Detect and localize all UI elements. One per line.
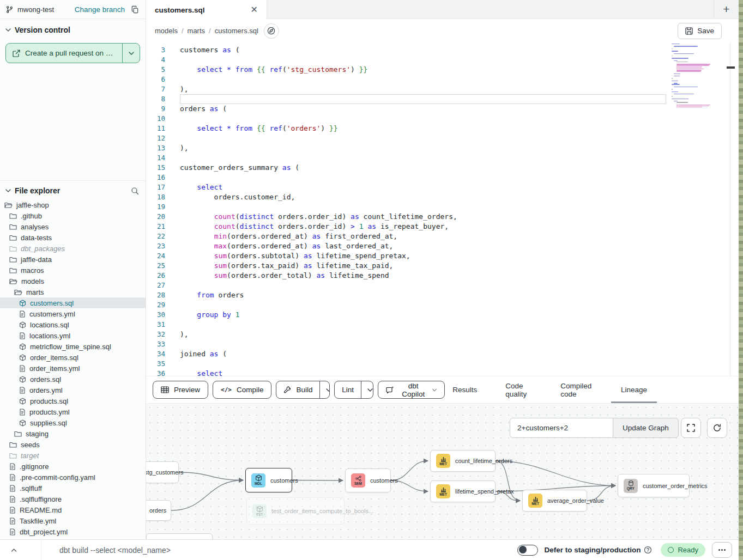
update-graph-button[interactable]: Update Graph: [613, 418, 679, 438]
dbt-copilot-button[interactable]: dbt Copilot: [378, 381, 445, 399]
code-line-22[interactable]: 22 min(orders.ordered_at) as first_order…: [146, 232, 739, 241]
editor-scrollbar[interactable]: [730, 42, 735, 376]
lineage-node-lifetime_spend_pretax[interactable]: METlifetime_spend_pretax: [430, 480, 496, 502]
code-line-36[interactable]: 36 select: [146, 369, 739, 376]
more-options-button[interactable]: [712, 542, 732, 558]
lint-button[interactable]: Lint: [335, 381, 361, 398]
change-branch-link[interactable]: Change branch: [75, 5, 125, 14]
tree-item--sqlfluff[interactable]: .sqlfluff: [0, 483, 146, 494]
code-line-33[interactable]: 33: [146, 339, 739, 349]
code-line-21[interactable]: 21 count(distinct orders.order_id) > 1 a…: [146, 222, 739, 232]
tree-item-marts[interactable]: marts: [0, 287, 146, 297]
command-input[interactable]: [41, 540, 517, 560]
lineage-node-average_order_value[interactable]: METaverage_order_value: [522, 490, 587, 512]
lineage-node-count_lifetime_orders[interactable]: METcount_lifetime_orders: [430, 450, 496, 472]
code-line-12[interactable]: 12: [146, 133, 739, 143]
code-line-9[interactable]: 9orders as (: [146, 104, 739, 114]
preview-button[interactable]: Preview: [153, 381, 208, 399]
tree-item--sqlfluffignore[interactable]: .sqlfluffignore: [0, 494, 146, 504]
code-line-32[interactable]: 32),: [146, 330, 739, 339]
lineage-node-customers_sem[interactable]: SEMcustomers: [345, 468, 391, 492]
lineage-node-partial_node[interactable]: [146, 533, 213, 539]
tab-code-quality[interactable]: Code quality: [502, 376, 535, 403]
code-line-25[interactable]: 25 sum(orders.tax_paid) as lifetime_tax_…: [146, 261, 739, 271]
tree-item-customers-yml[interactable]: customers.yml: [0, 308, 146, 319]
tab-results[interactable]: Results: [449, 376, 480, 403]
code-line-5[interactable]: 5 select * from {{ ref('stg_customers') …: [146, 65, 739, 75]
code-editor[interactable]: 3customers as (45 select * from {{ ref('…: [146, 42, 739, 376]
fullscreen-button[interactable]: [681, 418, 701, 438]
code-line-14[interactable]: 14: [146, 153, 739, 163]
code-line-24[interactable]: 24 sum(orders.subtotal) as lifetime_spen…: [146, 251, 739, 261]
tree-item-order-items-sql[interactable]: order_items.sql: [0, 352, 146, 363]
tree-item-products-sql[interactable]: products.sql: [0, 395, 146, 406]
code-line-15[interactable]: 15customer_orders_summary as (: [146, 163, 739, 173]
tree-item-products-yml[interactable]: products.yml: [0, 406, 146, 417]
code-line-29[interactable]: 29: [146, 300, 739, 310]
tab-lineage[interactable]: Lineage: [618, 376, 650, 403]
tree-item-orders-sql[interactable]: orders.sql: [0, 374, 146, 385]
refresh-button[interactable]: [707, 418, 727, 438]
search-icon[interactable]: [131, 187, 139, 195]
build-dropdown[interactable]: [319, 381, 330, 398]
lineage-node-stg_customers[interactable]: stg_customers: [146, 461, 179, 483]
code-line-4[interactable]: 4: [146, 55, 739, 65]
lint-dropdown[interactable]: [361, 381, 373, 398]
compile-button[interactable]: </> Compile: [213, 381, 271, 399]
create-pr-dropdown[interactable]: [123, 44, 140, 63]
code-line-3[interactable]: 3customers as (: [146, 45, 739, 55]
lineage-node-customer_order_metrics[interactable]: QRYcustomer_order_metrics: [618, 474, 690, 497]
tab-customers-sql[interactable]: customers.sql ✕: [146, 0, 267, 20]
tree-item-staging[interactable]: staging: [0, 428, 146, 439]
code-line-30[interactable]: 30 group by 1: [146, 310, 739, 320]
copy-icon[interactable]: [131, 5, 139, 14]
code-line-34[interactable]: 34joined as (: [146, 349, 739, 359]
version-control-header[interactable]: Version control: [5, 26, 140, 34]
tree-item-locations-sql[interactable]: locations.sql: [0, 319, 146, 330]
collapse-command-bar-button[interactable]: [0, 540, 41, 560]
code-line-13[interactable]: 13),: [146, 143, 739, 153]
tree-item-orders-yml[interactable]: orders.yml: [0, 385, 146, 395]
tree-item-order-items-yml[interactable]: order_items.yml: [0, 363, 146, 374]
lineage-node-orders[interactable]: orders: [146, 500, 171, 521]
breadcrumb-models[interactable]: models: [155, 27, 178, 35]
tab-compiled-code[interactable]: Compiled code: [557, 376, 596, 403]
tree-item-target[interactable]: target: [0, 450, 146, 461]
code-line-18[interactable]: 18 orders.customer_id,: [146, 192, 739, 202]
code-line-16[interactable]: 16: [146, 173, 739, 182]
tree-item-locations-yml[interactable]: locations.yml: [0, 330, 146, 341]
tree-item-metricflow-time-spine-sql[interactable]: metricflow_time_spine.sql: [0, 341, 146, 352]
minimap[interactable]: [672, 44, 715, 108]
tree-item-macros[interactable]: macros: [0, 265, 146, 276]
defer-toggle[interactable]: [517, 545, 538, 556]
lineage-selector-input[interactable]: [510, 418, 613, 438]
code-line-7[interactable]: 7),: [146, 84, 739, 94]
explore-compass-button[interactable]: [264, 23, 279, 39]
code-line-28[interactable]: 28 from orders: [146, 290, 739, 300]
tree-item--gitignore[interactable]: .gitignore: [0, 461, 146, 472]
build-button[interactable]: Build: [276, 381, 319, 398]
close-icon[interactable]: ✕: [251, 5, 258, 14]
code-line-10[interactable]: 10: [146, 114, 739, 124]
scrollbar-handle[interactable]: [727, 66, 735, 69]
breadcrumb-file[interactable]: customers.sql: [215, 27, 258, 35]
code-line-26[interactable]: 26 sum(orders.order_total) as lifetime_s…: [146, 271, 739, 281]
tree-item-seeds[interactable]: seeds: [0, 439, 146, 450]
tree-item-dbt-packages[interactable]: dbt_packages: [0, 243, 146, 254]
code-line-11[interactable]: 11 select * from {{ ref('orders') }}: [146, 124, 739, 133]
tree-item--pre-commit-config-yaml[interactable]: .pre-commit-config.yaml: [0, 472, 146, 483]
tree-item-taskfile-yml[interactable]: Taskfile.yml: [0, 515, 146, 526]
tree-item-data-tests[interactable]: data-tests: [0, 232, 146, 243]
create-pr-button-main[interactable]: Create a pull request on Git...: [6, 44, 123, 63]
tree-item-jaffle-data[interactable]: jaffle-data: [0, 254, 146, 265]
lineage-node-customers_mdl[interactable]: MDLcustomers: [245, 468, 292, 492]
tree-item-customers-sql[interactable]: customers.sql: [0, 297, 146, 308]
save-button[interactable]: Save: [678, 23, 722, 39]
code-line-6[interactable]: 6: [146, 75, 739, 84]
lineage-node-test_order_items[interactable]: TSTtest_order_items_compute_to_bools...: [246, 497, 345, 525]
tree-item-models[interactable]: models: [0, 276, 146, 287]
tree-item-supplies-sql[interactable]: supplies.sql: [0, 417, 146, 428]
breadcrumb-marts[interactable]: marts: [188, 27, 206, 35]
create-pr-button[interactable]: Create a pull request on Git...: [5, 43, 140, 63]
new-tab-button[interactable]: +: [714, 0, 739, 19]
